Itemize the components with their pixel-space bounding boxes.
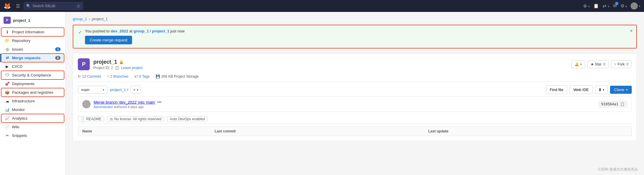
branch-selector[interactable]: main ▾: [78, 86, 108, 94]
notification-icon[interactable]: ✉2: [613, 3, 617, 9]
breadcrumb-separator: ›: [89, 17, 90, 21]
notifications-button[interactable]: 🔔 ▾: [571, 60, 585, 68]
find-file-button[interactable]: Find file: [546, 85, 567, 94]
clone-button[interactable]: Clone ▾: [610, 86, 632, 94]
readme-label: README: [86, 117, 101, 121]
main-content: group_1 › project_1 ✓ You pushed to dev_…: [66, 12, 644, 175]
license-tag[interactable]: ⚖ No license. All rights reserved: [107, 116, 164, 122]
sidebar-item-label: CI/CD: [12, 64, 22, 69]
col-name: Name: [78, 127, 210, 136]
settings-icon[interactable]: ⚙ ▾: [620, 3, 627, 9]
notification-badge: 2: [615, 2, 619, 5]
download-chevron-icon: ▾: [603, 88, 604, 91]
sidebar-item-label: Merge requests: [12, 56, 41, 60]
repo-path-link[interactable]: project_1: [110, 88, 126, 92]
download-button[interactable]: ⬇ ▾: [595, 85, 608, 94]
leave-project-link[interactable]: Leave project: [121, 66, 143, 70]
search-shortcut: /: [77, 4, 80, 8]
commit-message-link[interactable]: Merge branch 'dev_2022' into 'main': [94, 100, 155, 104]
security-icon: 🛡: [5, 73, 10, 77]
file-info-row: 📄 README ⚖ No license. All rights reserv…: [78, 114, 632, 124]
tags-link[interactable]: 0 Tags: [139, 74, 150, 79]
sidebar-item-label: Infrastructure: [12, 99, 35, 103]
fork-count: 0: [626, 62, 628, 66]
sidebar-item-snippets[interactable]: ✂ Snippets: [1, 131, 64, 140]
branches-link[interactable]: 2 Branches: [110, 74, 129, 79]
commit-author-link[interactable]: Administrator: [94, 105, 113, 109]
sidebar-item-deployments[interactable]: 🚀 Deployments: [1, 79, 64, 88]
commit-hash-text: 910564a1: [601, 102, 618, 106]
analytics-icon: 📈: [5, 116, 10, 121]
breadcrumb-group[interactable]: group_1: [73, 17, 87, 21]
monitor-icon: 📊: [5, 107, 10, 112]
merge-request-icon[interactable]: ⇄ ▾: [603, 3, 609, 9]
alert-close-button[interactable]: ×: [630, 28, 633, 34]
create-merge-request-button[interactable]: Create merge request: [85, 36, 132, 44]
snippet-icon[interactable]: 📋: [593, 3, 599, 9]
merge-requests-icon: ⇄: [5, 56, 10, 60]
col-last-update: Last update: [424, 127, 631, 136]
branch-name: main: [81, 88, 89, 92]
sidebar-item-label: Issues: [12, 47, 23, 51]
add-file-button[interactable]: + ▾: [131, 86, 141, 94]
alert-check-icon: ✓: [78, 29, 82, 35]
file-table: Name Last commit Last update: [78, 126, 632, 136]
sidebar-item-label: Security & Compliance: [12, 73, 51, 77]
sidebar-item-monitor[interactable]: 📊 Monitor: [1, 105, 64, 114]
merge-requests-badge: 0: [55, 56, 61, 60]
download-icon: ⬇: [598, 88, 602, 92]
project-title-left: P project_1 🔒 Project ID: 2 📋 Leave proj…: [78, 58, 143, 70]
sidebar-item-label: Packages and registries: [12, 90, 53, 95]
create-icon[interactable]: ⊕ ▾: [583, 3, 590, 9]
star-icon: ★: [591, 62, 594, 66]
commit-hash: 910564a1 📋: [598, 101, 627, 107]
star-button[interactable]: ★ Star 0: [587, 60, 609, 68]
sidebar: P project_1 ℹ Project information 📁 Repo…: [0, 12, 66, 175]
user-avatar[interactable]: ▾: [631, 2, 640, 10]
license-icon: ⚖: [110, 117, 113, 121]
sidebar-item-analytics[interactable]: 📈 Analytics: [1, 114, 64, 123]
alert-text-mid: at: [129, 29, 133, 33]
sidebar-item-issues[interactable]: ◎ Issues 1: [1, 45, 64, 54]
sidebar-item-packages-registries[interactable]: 📦 Packages and registries: [1, 88, 64, 97]
search-bar[interactable]: 🔍 Search GitLab /: [24, 2, 83, 10]
readme-tag[interactable]: 📄 README: [78, 116, 104, 122]
alert-content: You pushed to dev_2022 at group_1 / proj…: [85, 29, 185, 44]
clone-label: Clone: [614, 88, 624, 92]
commit-authored-text: authored 4 days ago: [114, 105, 144, 109]
hamburger-icon[interactable]: ☰: [15, 2, 21, 10]
alert-branch-link[interactable]: dev_2022: [111, 29, 128, 33]
gitlab-logo: 🦊: [4, 2, 11, 10]
alert-text: You pushed to dev_2022 at group_1 / proj…: [85, 29, 185, 33]
packages-icon: 📦: [5, 90, 10, 95]
star-label: Star: [595, 62, 602, 66]
fork-button[interactable]: ⑂ Fork 0: [611, 60, 632, 68]
sidebar-item-repository[interactable]: 📁 Repository: [1, 36, 64, 45]
copy-id-icon[interactable]: 📋: [115, 66, 119, 70]
web-ide-button[interactable]: Web IDE: [569, 85, 593, 94]
branch-chevron-icon: ▾: [103, 88, 104, 91]
commits-link[interactable]: 13 Commits: [82, 74, 101, 79]
devops-tag[interactable]: Auto DevOps enabled: [167, 116, 207, 122]
alert-repo-link[interactable]: group_1 / project_1: [134, 29, 169, 33]
repo-toolbar: main ▾ project_1 / + ▾ Find file Web IDE: [78, 82, 632, 96]
sidebar-item-wiki[interactable]: 📄 Wiki: [1, 123, 64, 131]
issues-icon: ◎: [5, 47, 10, 51]
copy-hash-icon[interactable]: 📋: [620, 102, 625, 106]
storage-stat: 💾 266 KB Project Storage: [156, 74, 199, 79]
sidebar-project-name: project_1: [13, 18, 30, 23]
sidebar-item-label: Wiki: [12, 125, 19, 129]
sidebar-item-security-compliance[interactable]: 🛡 Security & Compliance: [1, 71, 64, 79]
commit-meta: Administrator authored 4 days ago: [94, 105, 162, 109]
latest-commit-row: Merge branch 'dev_2022' into 'main' ••• …: [78, 96, 632, 112]
sidebar-item-project-information[interactable]: ℹ Project information: [1, 28, 64, 36]
sidebar-item-merge-requests[interactable]: ⇄ Merge requests 0: [1, 54, 64, 62]
plus-icon: +: [133, 88, 136, 92]
project-title-row: P project_1 🔒 Project ID: 2 📋 Leave proj…: [78, 58, 632, 70]
sidebar-item-infrastructure[interactable]: ☁ Infrastructure: [1, 97, 64, 105]
infrastructure-icon: ☁: [5, 99, 10, 103]
sidebar-item-cicd[interactable]: ▶ CI/CD: [1, 62, 64, 71]
commit-dots-icon[interactable]: •••: [157, 100, 162, 104]
sidebar-item-label: Analytics: [12, 116, 27, 121]
top-nav-actions: ⊕ ▾ 📋 ⇄ ▾ ✉2 ⚙ ▾ ▾: [583, 2, 640, 10]
